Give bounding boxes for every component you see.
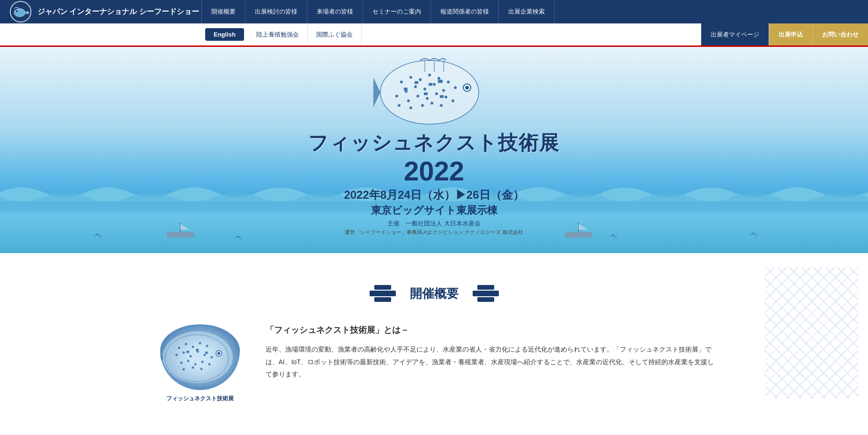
svg-point-59 [206, 345, 208, 347]
svg-point-66 [180, 362, 182, 364]
apply-button[interactable]: 出展申込 [769, 23, 812, 45]
svg-rect-44 [370, 291, 396, 296]
svg-point-29 [430, 102, 433, 105]
section-title: 開催概要 [410, 285, 459, 302]
svg-point-58 [199, 342, 201, 345]
svg-rect-76 [205, 352, 208, 354]
hero-title: フィッシュネクスト技術展 [308, 130, 560, 156]
svg-rect-49 [477, 297, 494, 302]
svg-point-10 [428, 74, 431, 76]
svg-point-11 [438, 77, 440, 80]
content-subtitle: 「フィッシュネクスト技術展」とは－ [266, 324, 715, 336]
svg-point-18 [442, 89, 445, 92]
svg-point-22 [426, 97, 429, 100]
svg-point-68 [194, 363, 196, 366]
svg-point-69 [201, 361, 203, 363]
nav-fugu[interactable]: 国際ふぐ協会 [308, 23, 362, 45]
fish-logo-svg [160, 324, 240, 390]
fish-tech-icon [373, 54, 495, 134]
top-navigation: ジャパン インターナショナル シーフードショー 開催概要 出展検討の皆様 来場者… [0, 0, 868, 23]
svg-rect-35 [404, 88, 408, 90]
svg-rect-36 [440, 95, 444, 98]
title-deco-left-icon [370, 281, 396, 306]
fish-decoration-1: 🐟 [94, 232, 102, 239]
svg-point-12 [447, 81, 450, 83]
grid-decoration [765, 267, 859, 398]
second-nav-links: English 陸上養殖勉強会 国際ふぐ協会 出展者マイページ 出展申込 お問い… [201, 23, 868, 45]
svg-point-6 [465, 86, 469, 90]
svg-point-16 [423, 88, 426, 90]
svg-point-62 [189, 355, 192, 358]
svg-rect-42 [564, 232, 593, 238]
svg-point-64 [203, 354, 206, 356]
svg-point-28 [421, 104, 424, 107]
hero-operator: 運営「シーフードショー」事務局／エクジビション テクノロジーズ 株式会社 [308, 229, 560, 236]
nav-houdou[interactable]: 報道関係者の皆様 [430, 0, 498, 23]
nav-kaisai[interactable]: 開催概要 [201, 0, 245, 23]
svg-point-51 [163, 331, 233, 383]
svg-point-54 [217, 352, 220, 355]
fish-logo-text: フィッシュネクスト技術展 [166, 395, 234, 403]
svg-rect-32 [429, 83, 432, 86]
fish-decoration-4: 🐟 [609, 232, 617, 240]
nav-seminar[interactable]: セミナーのご案内 [363, 0, 430, 23]
mypage-button[interactable]: 出展者マイページ [701, 23, 769, 45]
top-nav-links: 開催概要 出展検討の皆様 来場者の皆様 セミナーのご案内 報道関係者の皆様 出展… [201, 0, 868, 23]
section-overview: 開催概要 [0, 253, 868, 421]
svg-rect-31 [415, 81, 418, 84]
svg-point-24 [445, 96, 447, 98]
hero-banner: 🐟 🐟 🐟 🐟 🐟 フィッシュネクスト技術展 2022 2022年8月24日（水… [0, 47, 868, 253]
nav-rikujo[interactable]: 陸上養殖勉強会 [248, 23, 308, 45]
svg-point-61 [182, 352, 185, 354]
svg-point-65 [210, 356, 213, 359]
fish-icon-container [373, 54, 495, 134]
svg-point-57 [192, 346, 194, 348]
content-body: 近年、漁場環境の変動、漁業者の高齢化や人手不足により、水産業の省人・省力化による… [266, 343, 715, 381]
svg-rect-75 [196, 349, 199, 351]
nav-raijou[interactable]: 来場者の皆様 [307, 0, 363, 23]
boat-1 [164, 223, 201, 241]
hero-year: 2022 [308, 156, 560, 186]
svg-rect-33 [438, 80, 443, 83]
svg-point-8 [409, 76, 412, 79]
content-text: 「フィッシュネクスト技術展」とは－ 近年、漁場環境の変動、漁業者の高齢化や人手不… [266, 324, 715, 381]
svg-point-13 [454, 86, 457, 89]
svg-point-73 [200, 368, 202, 370]
svg-point-25 [452, 99, 454, 102]
english-button[interactable]: English [205, 28, 244, 41]
fish-decoration-2: 🐟 [234, 234, 242, 241]
svg-point-67 [187, 360, 189, 362]
hero-organizer: 主催 一般社団法人 大日本水産会 [308, 219, 560, 228]
content-row: フィッシュネクスト技術展 「フィッシュネクスト技術展」とは－ 近年、漁場環境の変… [153, 324, 715, 403]
svg-point-21 [416, 95, 419, 98]
nav-kigyo[interactable]: 出展企業検索 [498, 0, 555, 23]
svg-point-60 [175, 354, 178, 356]
title-deco-left [370, 281, 396, 306]
logo-icon [9, 0, 32, 23]
svg-point-20 [407, 99, 410, 102]
svg-rect-46 [374, 297, 391, 302]
svg-rect-45 [374, 285, 391, 290]
fish-decoration-5: 🐟 [749, 231, 757, 238]
hero-venue: 東京ビッグサイト東展示棟 [308, 203, 560, 218]
hero-content: フィッシュネクスト技術展 2022 2022年8月24日（水）▶26日（金） 東… [308, 130, 560, 236]
svg-rect-74 [186, 351, 189, 353]
svg-rect-47 [473, 291, 499, 296]
svg-point-56 [185, 343, 187, 345]
title-deco-right [473, 281, 499, 306]
boat-2 [562, 223, 600, 241]
hero-date: 2022年8月24日（水）▶26日（金） [308, 188, 560, 202]
svg-point-17 [433, 83, 436, 86]
svg-point-70 [208, 363, 210, 366]
svg-point-71 [182, 368, 185, 371]
nav-shutten[interactable]: 出展検討の皆様 [245, 0, 307, 23]
svg-point-55 [178, 347, 180, 349]
logo-text: ジャパン インターナショナル シーフードショー [37, 7, 199, 17]
svg-point-4 [380, 60, 479, 124]
svg-point-27 [409, 106, 412, 109]
fish-logo-circle [160, 324, 240, 390]
fish-logo-area: フィッシュネクスト技術展 [153, 324, 247, 403]
svg-rect-34 [424, 92, 428, 95]
svg-point-30 [440, 104, 443, 107]
contact-button[interactable]: お問い合わせ [812, 23, 868, 45]
